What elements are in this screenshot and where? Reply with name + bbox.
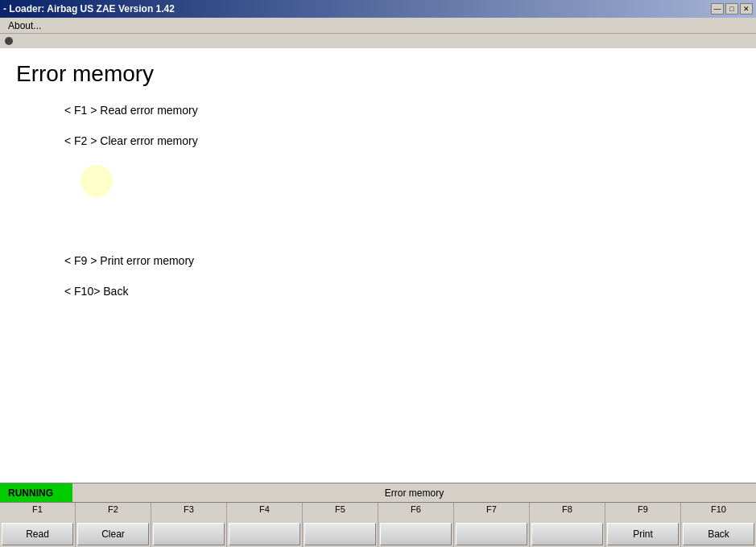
fn-button-f8[interactable] xyxy=(531,523,603,545)
fn-label-f5: F5 xyxy=(335,504,345,514)
fn-group-f8: F8 xyxy=(530,503,605,547)
about-menu-item[interactable]: About... xyxy=(3,19,46,32)
fn-label-f6: F6 xyxy=(411,504,421,514)
fn-label-f1: F1 xyxy=(32,504,43,514)
fn-group-f9: F9Print xyxy=(605,503,681,547)
fn-label-f3: F3 xyxy=(184,504,194,514)
fn-button-f3[interactable] xyxy=(153,523,225,545)
fn-label-f7: F7 xyxy=(486,504,497,514)
function-key-bar: F1ReadF2ClearF3F4F5F6F7F8F9PrintF10Back xyxy=(0,502,756,547)
fn-button-f2[interactable]: Clear xyxy=(77,523,149,545)
f9-label: Print error memory xyxy=(97,254,194,267)
running-status: RUNNING xyxy=(0,483,72,502)
main-content: Error memory < F1 > Read error memory < … xyxy=(0,48,756,483)
option-f1[interactable]: < F1 > Read error memory xyxy=(64,103,740,119)
option-f9[interactable]: < F9 > Print error memory xyxy=(64,253,740,269)
loading-dot xyxy=(5,37,13,45)
fn-group-f6: F6 xyxy=(378,503,454,547)
f1-key: < F1 > xyxy=(64,104,97,117)
fn-button-f6[interactable] xyxy=(380,523,452,545)
minimize-button[interactable]: — xyxy=(711,3,724,14)
fn-button-f10[interactable]: Back xyxy=(683,523,754,545)
menu-bar: About... xyxy=(0,18,756,34)
menu-options: < F1 > Read error memory < F2 > Clear er… xyxy=(16,103,740,149)
menu-options-bottom: < F9 > Print error memory < F10> Back xyxy=(16,253,740,299)
fn-label-f2: F2 xyxy=(108,504,118,514)
fn-button-f4[interactable] xyxy=(229,523,300,545)
fn-group-f3: F3 xyxy=(151,503,227,547)
f10-key: < F10> xyxy=(64,285,100,298)
fn-button-f9[interactable]: Print xyxy=(607,523,679,545)
title-bar: - Loader: Airbag US ZAE Version 1.42 — □… xyxy=(0,0,756,18)
title-text: - Loader: Airbag US ZAE Version 1.42 xyxy=(3,3,175,14)
fn-group-f5: F5 xyxy=(303,503,378,547)
fn-label-f9: F9 xyxy=(638,504,648,514)
fn-label-f8: F8 xyxy=(562,504,572,514)
f9-key: < F9 > xyxy=(64,254,97,267)
fn-group-f10: F10Back xyxy=(681,503,756,547)
fn-button-f7[interactable] xyxy=(456,523,527,545)
fn-group-f7: F7 xyxy=(454,503,530,547)
f1-label: Read error memory xyxy=(97,104,197,117)
fn-label-f10: F10 xyxy=(711,504,726,514)
f2-key: < F2 > xyxy=(64,134,97,147)
cursor-highlight xyxy=(81,165,113,197)
fn-button-f5[interactable] xyxy=(304,523,376,545)
f10-label: Back xyxy=(100,285,128,298)
maximize-button[interactable]: □ xyxy=(725,3,738,14)
fn-group-f4: F4 xyxy=(227,503,303,547)
fn-group-f1: F1Read xyxy=(0,503,76,547)
page-title: Error memory xyxy=(16,61,740,87)
fn-group-f2: F2Clear xyxy=(76,503,151,547)
status-bar: RUNNING Error memory xyxy=(0,483,756,502)
status-label: Error memory xyxy=(72,487,756,499)
f2-label: Clear error memory xyxy=(97,134,197,147)
option-f10[interactable]: < F10> Back xyxy=(64,284,740,300)
title-bar-buttons: — □ ✕ xyxy=(711,3,753,14)
loading-row xyxy=(0,34,756,48)
close-button[interactable]: ✕ xyxy=(740,3,753,14)
fn-label-f4: F4 xyxy=(259,504,270,514)
fn-button-f1[interactable]: Read xyxy=(2,523,73,545)
option-f2[interactable]: < F2 > Clear error memory xyxy=(64,134,740,150)
